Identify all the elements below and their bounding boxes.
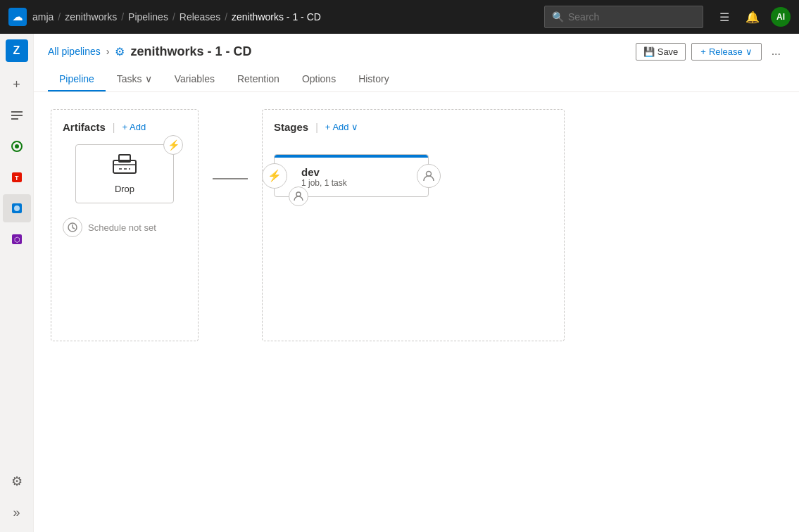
stage-meta: 1 job, 1 task xyxy=(301,178,418,188)
search-icon: 🔍 xyxy=(552,11,564,23)
canvas-grid: Artifacts | + Add ⚡ xyxy=(51,109,782,341)
stage-name: dev xyxy=(301,166,418,178)
chevron-down-icon: ∨ xyxy=(745,46,753,57)
search-input[interactable] xyxy=(568,11,696,23)
artifact-name: Drop xyxy=(115,184,134,194)
plus-icon: + xyxy=(700,46,706,57)
breadcrumb-releases[interactable]: Releases xyxy=(180,11,220,23)
artifact-trigger-button[interactable]: ⚡ xyxy=(163,135,183,155)
chevron-right-icon: › xyxy=(106,46,110,57)
stages-title: Stages xyxy=(274,121,308,133)
sidebar-logo[interactable]: Z xyxy=(6,39,28,62)
azure-logo: ☁ xyxy=(8,8,27,26)
stage-person-button[interactable] xyxy=(289,186,308,206)
stage-approver-button[interactable] xyxy=(417,164,441,188)
tab-options[interactable]: Options xyxy=(291,68,347,91)
sidebar-item-new[interactable]: + xyxy=(3,70,31,99)
connector-line xyxy=(213,178,248,179)
chevron-down-icon: ∨ xyxy=(145,73,152,84)
schedule-label: Schedule not set xyxy=(88,222,156,233)
stage-card-body: ⚡ dev 1 job, 1 task xyxy=(275,158,428,196)
svg-point-8 xyxy=(14,205,20,211)
main-layout: Z + T ⬡ ⚙ » All pipelines › ⚙ xyxy=(0,34,799,532)
stage-wrapper: ⚡ dev 1 job, 1 task xyxy=(274,154,429,197)
tab-tasks[interactable]: Tasks ∨ xyxy=(106,68,163,91)
notifications-icon[interactable]: 🔔 xyxy=(743,7,762,27)
lightning-icon: ⚡ xyxy=(168,139,180,151)
plus-icon: + xyxy=(325,122,331,132)
svg-line-19 xyxy=(73,228,75,229)
tab-pipeline[interactable]: Pipeline xyxy=(48,68,106,91)
add-artifact-button[interactable]: + Add xyxy=(122,122,146,132)
stage-info: dev 1 job, 1 task xyxy=(284,166,418,188)
svg-rect-1 xyxy=(11,115,23,116)
svg-point-4 xyxy=(15,144,19,148)
stages-header: Stages | + Add ∨ xyxy=(274,121,553,133)
svg-text:⬡: ⬡ xyxy=(14,236,20,243)
all-pipelines-link[interactable]: All pipelines xyxy=(48,46,101,57)
sidebar-item-repos[interactable] xyxy=(3,132,31,160)
more-options-button[interactable]: ... xyxy=(767,42,785,61)
breadcrumb: amja / zenithworks / Pipelines / Release… xyxy=(32,11,321,23)
artifacts-section: Artifacts | + Add ⚡ xyxy=(51,109,199,341)
artifacts-header: Artifacts | + Add xyxy=(63,121,187,133)
stage-card-dev[interactable]: ⚡ dev 1 job, 1 task xyxy=(274,154,429,197)
top-bar-icons: ☰ 🔔 AI xyxy=(715,7,791,27)
save-icon: 💾 xyxy=(643,46,655,57)
breadcrumb-amja[interactable]: amja xyxy=(32,11,54,23)
avatar[interactable]: AI xyxy=(771,7,791,27)
pipeline-title-icon: ⚙ xyxy=(115,45,125,58)
tab-retention[interactable]: Retention xyxy=(226,68,291,91)
save-button[interactable]: 💾 Save xyxy=(636,43,686,61)
stages-section: Stages | + Add ∨ xyxy=(262,109,565,341)
pipeline-tabs: Pipeline Tasks ∨ Variables Retention Opt… xyxy=(48,68,785,91)
artifact-card[interactable]: ⚡ xyxy=(75,144,174,203)
sidebar-item-artifacts[interactable]: ⬡ xyxy=(3,225,31,253)
page-title: zenithworks - 1 - CD xyxy=(130,44,251,59)
sidebar-item-settings[interactable]: ⚙ xyxy=(3,467,31,495)
svg-text:T: T xyxy=(15,175,19,182)
breadcrumb-pipelines[interactable]: Pipelines xyxy=(128,11,168,23)
stage-trigger-button[interactable]: ⚡ xyxy=(262,163,287,189)
plus-icon: + xyxy=(122,122,128,132)
svg-rect-0 xyxy=(11,111,23,113)
svg-rect-2 xyxy=(11,118,18,120)
svg-point-20 xyxy=(296,192,301,196)
release-button[interactable]: + Release ∨ xyxy=(691,43,761,61)
chevron-down-icon: ∨ xyxy=(351,122,358,132)
schedule-icon xyxy=(63,217,82,237)
sidebar-item-testplans[interactable]: T xyxy=(3,163,31,191)
schedule-row[interactable]: Schedule not set xyxy=(63,217,187,237)
pipeline-actions: 💾 Save + Release ∨ ... xyxy=(636,42,785,61)
search-bar[interactable]: 🔍 xyxy=(544,6,703,28)
tab-variables[interactable]: Variables xyxy=(163,68,226,91)
pipeline-header: All pipelines › ⚙ zenithworks - 1 - CD 💾… xyxy=(34,34,799,92)
pipeline-breadcrumb: All pipelines › ⚙ zenithworks - 1 - CD xyxy=(48,44,251,59)
artifacts-title: Artifacts xyxy=(63,121,106,133)
tab-history[interactable]: History xyxy=(347,68,401,91)
content-area: All pipelines › ⚙ zenithworks - 1 - CD 💾… xyxy=(34,34,799,532)
connector-area xyxy=(213,109,248,179)
breadcrumb-current: zenithworks - 1 - CD xyxy=(232,11,321,23)
sidebar-item-pipelines[interactable] xyxy=(3,194,31,222)
artifact-icon xyxy=(112,153,137,179)
list-icon[interactable]: ☰ xyxy=(715,7,734,27)
sidebar-item-boards[interactable] xyxy=(3,101,31,129)
top-bar: ☁ amja / zenithworks / Pipelines / Relea… xyxy=(0,0,799,34)
breadcrumb-zenithworks[interactable]: zenithworks xyxy=(65,11,117,23)
pipeline-canvas: Artifacts | + Add ⚡ xyxy=(34,92,799,532)
pipeline-title-row: All pipelines › ⚙ zenithworks - 1 - CD 💾… xyxy=(48,42,785,61)
add-stage-button[interactable]: + Add ∨ xyxy=(325,122,358,132)
sidebar-item-collapse[interactable]: » xyxy=(3,498,31,526)
lightning-icon: ⚡ xyxy=(268,169,282,182)
sidebar: Z + T ⬡ ⚙ » xyxy=(0,34,34,532)
